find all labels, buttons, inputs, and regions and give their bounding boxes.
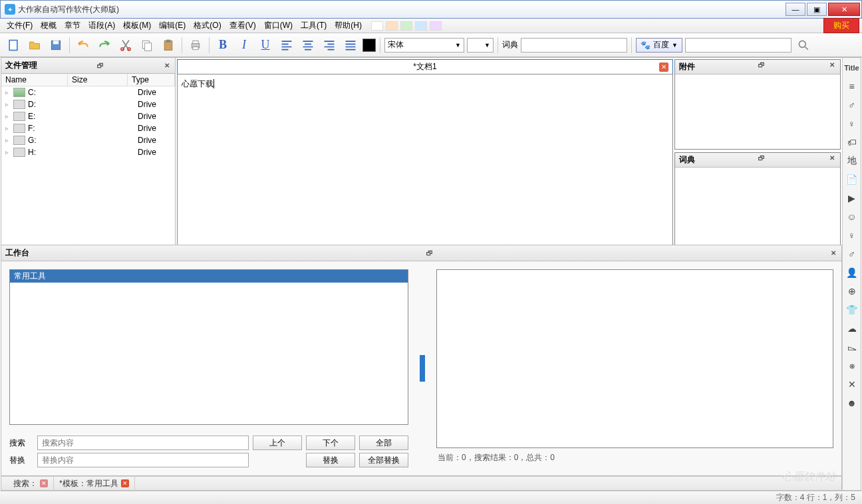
menu-edit[interactable]: 编辑(E) xyxy=(155,19,190,33)
female-icon[interactable]: ♀ xyxy=(845,116,859,131)
head-icon[interactable]: ☺ xyxy=(845,209,859,224)
redo-icon[interactable] xyxy=(95,36,114,55)
panel-close-icon[interactable]: ✕ xyxy=(163,62,171,69)
drive-row[interactable]: ▹F:Drive xyxy=(1,122,175,134)
attachment-body[interactable] xyxy=(675,74,840,149)
paste-icon[interactable] xyxy=(159,36,178,55)
shirt-icon[interactable]: 👕 xyxy=(845,303,859,317)
editor-tab[interactable]: *文档1 ✕ xyxy=(177,59,673,74)
swatch-peach[interactable] xyxy=(386,21,398,31)
person-icon[interactable]: 👤 xyxy=(845,265,859,280)
editor-tab-close-icon[interactable]: ✕ xyxy=(659,63,668,72)
align-left-icon[interactable] xyxy=(277,36,296,55)
all-button[interactable]: 全部 xyxy=(359,436,408,450)
menu-format[interactable]: 格式(O) xyxy=(190,19,225,33)
swatch-blue[interactable] xyxy=(415,21,427,31)
menu-template[interactable]: 模板(M) xyxy=(119,19,155,33)
splitter[interactable] xyxy=(419,269,426,467)
wheel-icon[interactable]: ⎈ xyxy=(845,358,859,373)
close-icon[interactable]: ✕ xyxy=(121,479,129,487)
workbench-right: 当前：0，搜索结果：0，总共：0 xyxy=(436,269,833,467)
drive-row[interactable]: ▹H:Drive xyxy=(1,146,175,158)
minimize-button[interactable]: — xyxy=(786,3,805,16)
tag-icon[interactable]: 🏷 xyxy=(845,135,859,150)
col-type[interactable]: Type xyxy=(128,74,175,86)
chat-icon[interactable]: ☁ xyxy=(845,321,859,336)
replace-input[interactable] xyxy=(37,453,249,467)
mars-icon[interactable]: ♂ xyxy=(845,247,859,261)
new-icon[interactable] xyxy=(4,36,23,55)
open-icon[interactable] xyxy=(25,36,44,55)
panel-close-icon[interactable]: ✕ xyxy=(829,249,837,257)
print-icon[interactable] xyxy=(186,36,205,55)
close-icon[interactable]: ✕ xyxy=(40,479,48,487)
panel-close-icon[interactable]: ✕ xyxy=(828,154,836,166)
panel-float-icon[interactable]: 🗗 xyxy=(425,249,434,257)
panel-float-icon[interactable]: 🗗 xyxy=(757,61,766,72)
male-icon[interactable]: ♂ xyxy=(845,98,859,112)
search-engine-select[interactable]: 🐾百度▼ xyxy=(636,38,682,53)
drive-row[interactable]: ▹E:Drive xyxy=(1,110,175,122)
swatch-green[interactable] xyxy=(400,21,412,31)
menu-chapter[interactable]: 章节 xyxy=(61,19,84,33)
replace-button[interactable]: 替换 xyxy=(306,453,355,467)
close-button[interactable]: ✕ xyxy=(828,3,860,16)
panel-close-icon[interactable]: ✕ xyxy=(828,61,836,72)
earth-icon[interactable]: 地 xyxy=(845,154,859,168)
menu-help[interactable]: 帮助(H) xyxy=(331,19,366,33)
menu-outline[interactable]: 梗概 xyxy=(37,19,61,33)
tool-list-item[interactable]: 常用工具 xyxy=(10,270,408,283)
cut-icon[interactable] xyxy=(116,36,135,55)
play-icon[interactable]: ▶ xyxy=(845,191,859,205)
bottom-tab-template[interactable]: *模板：常用工具 ✕ xyxy=(54,477,135,491)
menu-window[interactable]: 窗口(W) xyxy=(260,19,297,33)
drive-row[interactable]: ▹C:Drive xyxy=(1,86,175,98)
search-icon[interactable] xyxy=(794,36,813,55)
result-box[interactable] xyxy=(436,269,833,448)
maximize-button[interactable]: ▣ xyxy=(807,3,827,16)
buy-button[interactable]: 购买 xyxy=(823,18,859,33)
align-justify-icon[interactable] xyxy=(341,36,360,55)
font-size-select[interactable]: ▼ xyxy=(467,38,494,53)
side-title[interactable]: Title xyxy=(845,61,859,75)
swatch-white[interactable] xyxy=(371,21,383,31)
prev-button[interactable]: 上个 xyxy=(253,436,302,450)
menu-view[interactable]: 查看(V) xyxy=(225,19,260,33)
menu-file[interactable]: 文件(F) xyxy=(3,19,37,33)
web-search-input[interactable] xyxy=(685,38,791,53)
replace-all-button[interactable]: 全部替换 xyxy=(359,453,408,467)
panel-float-icon[interactable]: 🗗 xyxy=(757,154,766,166)
align-right-icon[interactable] xyxy=(320,36,339,55)
search-input[interactable] xyxy=(37,436,249,450)
swatch-purple[interactable] xyxy=(430,21,442,31)
panel-float-icon[interactable]: 🗗 xyxy=(96,62,105,69)
menu-segment[interactable]: 语段(A) xyxy=(84,19,119,33)
drive-row[interactable]: ▹G:Drive xyxy=(1,134,175,146)
copy-icon[interactable] xyxy=(138,36,156,55)
font-select[interactable]: 宋体▼ xyxy=(384,38,464,53)
workbench-left: 常用工具 搜索 上个 下个 全部 替换 替换 全部替换 xyxy=(9,269,408,467)
underline-icon[interactable]: U xyxy=(256,36,275,55)
globe-icon[interactable]: ⊕ xyxy=(845,284,859,299)
bottom-tabs: 搜索： ✕ *模板：常用工具 ✕ xyxy=(1,476,842,491)
venus-icon[interactable]: ♀ xyxy=(845,228,859,243)
color-picker[interactable] xyxy=(362,39,376,52)
align-center-icon[interactable] xyxy=(299,36,317,55)
italic-icon[interactable]: I xyxy=(235,36,253,55)
col-size[interactable]: Size xyxy=(68,74,128,86)
bottom-tab-search[interactable]: 搜索： ✕ xyxy=(8,477,54,491)
dict-input[interactable] xyxy=(521,38,627,53)
save-icon[interactable] xyxy=(47,36,65,55)
next-button[interactable]: 下个 xyxy=(306,436,355,450)
drive-row[interactable]: ▹D:Drive xyxy=(1,98,175,110)
col-name[interactable]: Name xyxy=(1,74,68,86)
menu-tools[interactable]: 工具(T) xyxy=(297,19,331,33)
doc-icon[interactable]: 📄 xyxy=(845,172,859,187)
undo-icon[interactable] xyxy=(74,36,92,55)
hamburger-icon[interactable]: ≡ xyxy=(845,79,859,94)
tool-listbox[interactable]: 常用工具 xyxy=(9,269,408,425)
cross-icon[interactable]: ✕ xyxy=(845,377,859,392)
face-icon[interactable]: ☻ xyxy=(845,396,859,410)
bold-icon[interactable]: B xyxy=(214,36,232,55)
stairs-icon[interactable]: ⌳ xyxy=(845,340,859,354)
